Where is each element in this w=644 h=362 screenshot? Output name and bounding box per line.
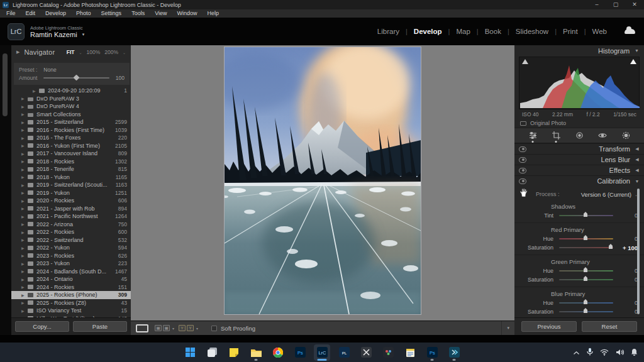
zoom-fit-option[interactable]: FIT: [67, 49, 75, 55]
module-tab-slideshow[interactable]: Slideshow: [509, 28, 555, 35]
zoom-stepper-icon[interactable]: ⌄: [123, 50, 126, 55]
photo-frozen-lake-mountain[interactable]: [225, 47, 421, 314]
folder-row[interactable]: ▶Smart Collections: [11, 111, 131, 119]
module-tab-web[interactable]: Web: [586, 28, 613, 35]
red-eye-tool-icon[interactable]: [598, 131, 608, 140]
basic-adjustments-tool-icon[interactable]: [528, 131, 538, 140]
panel-header-effects[interactable]: Effects◀: [514, 165, 644, 175]
toolbar-options-chevron-icon[interactable]: ▾: [501, 321, 509, 335]
compare-view-icon[interactable]: ▦: [155, 325, 162, 331]
close-button[interactable]: ✕: [625, 0, 644, 9]
view-options-chevron-icon[interactable]: ▾: [172, 326, 174, 331]
disclosure-triangle-icon[interactable]: ▶: [21, 222, 28, 226]
menu-item-tools[interactable]: Tools: [126, 9, 150, 18]
disclosure-triangle-icon[interactable]: ▶: [21, 277, 28, 282]
slider-handle[interactable]: [584, 212, 589, 217]
histogram[interactable]: [519, 57, 640, 109]
slider-track-blue-sat[interactable]: [559, 311, 613, 312]
slider-track-green-sat[interactable]: [559, 279, 613, 280]
taskbar-icon-uploader[interactable]: [446, 344, 462, 361]
folder-row[interactable]: ▶ISO Variancy Test15: [11, 307, 131, 315]
folder-row[interactable]: ▶DxO PureRAW 3: [11, 95, 131, 103]
tray-volume-icon[interactable]: [616, 347, 624, 358]
panel-switch-icon[interactable]: [519, 168, 526, 173]
folder-row[interactable]: ▶2022 - Arizona750: [11, 221, 131, 229]
folder-row[interactable]: ▶2016 - The Foxes220: [11, 134, 131, 142]
disclosure-triangle-icon[interactable]: ▶: [21, 253, 28, 258]
folder-row[interactable]: ▶2018 - Tenerife815: [11, 165, 131, 173]
disclosure-triangle-icon[interactable]: ▶: [21, 167, 28, 172]
soft-proofing-control[interactable]: Soft Proofing: [211, 325, 255, 332]
slider-handle[interactable]: [584, 236, 589, 241]
folder-row[interactable]: ▶2018 - Yukon1165: [11, 173, 131, 182]
taskbar-icon-dxo-photolab[interactable]: PL: [336, 344, 352, 361]
paste-button[interactable]: Paste: [73, 321, 127, 332]
folder-row[interactable]: ▶2019 - Yukon1251: [11, 189, 131, 197]
module-tab-print[interactable]: Print: [557, 28, 584, 35]
cloud-sync-icon[interactable]: [625, 29, 635, 34]
tray-wifi-icon[interactable]: [600, 347, 609, 358]
panel-header-lens-blur[interactable]: Lens Blur◀: [514, 154, 644, 165]
preset-value[interactable]: None: [43, 67, 56, 73]
chevron-down-icon[interactable]: ▼: [82, 33, 86, 36]
taskbar-icon-lightroom-classic[interactable]: LrC: [314, 344, 330, 361]
folder-row[interactable]: ▶2023 - Rockies626: [11, 252, 131, 260]
disclosure-triangle-icon[interactable]: ▶: [21, 285, 28, 289]
left-scrollbar-thumb[interactable]: [3, 53, 8, 116]
slider-handle[interactable]: [584, 277, 589, 282]
soft-proofing-checkbox[interactable]: [211, 326, 217, 331]
disclosure-triangle-icon[interactable]: ▶: [21, 199, 28, 203]
disclosure-triangle-icon[interactable]: ▶: [33, 89, 39, 93]
highlight-clipping-icon[interactable]: [630, 59, 636, 64]
disclosure-triangle-icon[interactable]: ▶: [21, 120, 28, 124]
disclosure-triangle-icon[interactable]: ▶: [21, 214, 28, 219]
slider-track-red-hue[interactable]: [559, 238, 613, 239]
folder-row[interactable]: ▶2024 - Ontario45: [11, 275, 131, 283]
module-tab-book[interactable]: Book: [479, 28, 508, 35]
tray-tray-chevron-icon[interactable]: [573, 347, 580, 358]
identity-plate[interactable]: Adobe Lightroom Classic Ramtin Kazemi▼: [30, 25, 86, 38]
disclosure-triangle-icon[interactable]: ▶: [21, 261, 28, 266]
maximize-button[interactable]: ▢: [606, 0, 625, 9]
disclosure-triangle-icon[interactable]: ▶: [21, 206, 28, 211]
menu-item-view[interactable]: View: [150, 9, 172, 18]
tray-notifications-icon[interactable]: [631, 347, 638, 358]
disclosure-triangle-icon[interactable]: ▶: [21, 151, 28, 156]
survey-view-icon[interactable]: ▦: [163, 325, 170, 331]
disclosure-triangle-icon[interactable]: ▶: [21, 300, 28, 305]
taskbar-icon-file-explorer[interactable]: [248, 344, 264, 361]
folder-row[interactable]: ▶2015 - Switzerland2599: [11, 118, 131, 126]
folder-row[interactable]: ▶2024 - Badlands (South D...1467: [11, 268, 131, 276]
collapse-triangle-icon[interactable]: ▶: [16, 50, 19, 55]
menu-item-photo[interactable]: Photo: [71, 9, 96, 18]
slider-handle[interactable]: [584, 268, 589, 273]
panel-header-calibration[interactable]: Calibration▼: [514, 175, 644, 186]
disclosure-triangle-icon[interactable]: ▶: [21, 183, 28, 187]
folder-row[interactable]: ▶2016 - Rockies (First Time)1039: [11, 126, 131, 134]
amount-slider[interactable]: [43, 77, 109, 79]
slider-track-red-sat[interactable]: [559, 247, 613, 248]
loupe-view-icon[interactable]: [136, 324, 148, 332]
menu-item-help[interactable]: Help: [203, 9, 225, 18]
reset-button[interactable]: Reset: [582, 321, 637, 332]
panel-expanded-icon[interactable]: ▼: [635, 179, 640, 184]
before-after-split-icon[interactable]: Y: [187, 325, 194, 331]
disclosure-triangle-icon[interactable]: ▶: [21, 104, 28, 109]
slider-track-blue-hue[interactable]: [559, 302, 613, 304]
menu-item-window[interactable]: Window: [172, 9, 203, 18]
panel-switch-icon[interactable]: [519, 178, 526, 184]
copy-button[interactable]: Copy...: [15, 321, 69, 332]
zoom-100-option[interactable]: 100%: [86, 49, 100, 55]
minimize-button[interactable]: –: [587, 0, 606, 9]
taskbar-icon-photo-utility[interactable]: [380, 344, 396, 361]
folder-row[interactable]: ▶2025 - Rockies (Z8)43: [11, 299, 131, 307]
disclosure-triangle-icon[interactable]: ▶: [21, 269, 28, 273]
folder-row[interactable]: ▶2023 - Yukon223: [11, 260, 131, 268]
disclosure-triangle-icon[interactable]: ▶: [21, 246, 28, 250]
folder-row[interactable]: ▶2022 - Yukon594: [11, 244, 131, 252]
disclosure-triangle-icon[interactable]: ▶: [21, 190, 28, 195]
histogram-header[interactable]: Histogram ▼: [514, 45, 644, 56]
slider-track-green-hue[interactable]: [559, 270, 613, 272]
folder-row[interactable]: ▶2024 - Rockies151: [11, 283, 131, 292]
folder-row[interactable]: ▶DxO PureRAW 4: [11, 102, 131, 111]
